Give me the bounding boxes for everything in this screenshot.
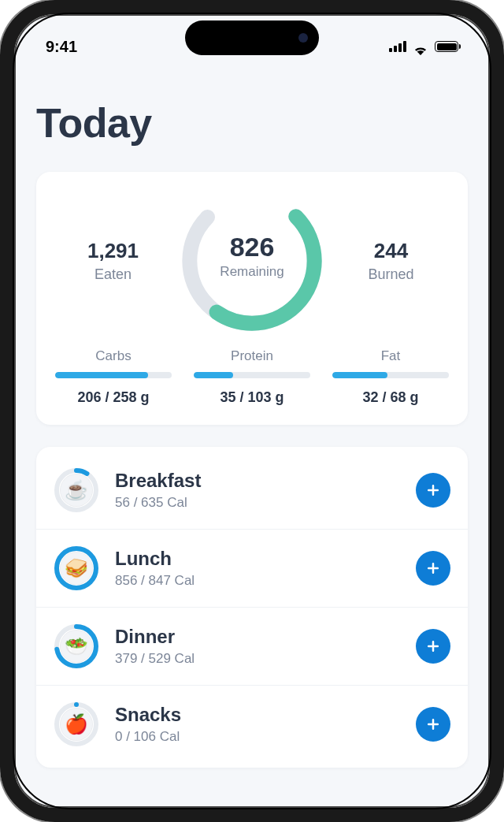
eaten-label: Eaten — [55, 266, 171, 283]
page-title: Today — [36, 99, 468, 147]
meal-cals: 856 / 847 Cal — [115, 573, 416, 589]
wifi-icon — [413, 41, 428, 52]
add-meal-button[interactable] — [416, 707, 450, 742]
meal-name: Lunch — [115, 548, 416, 570]
meal-row[interactable]: 🥗Dinner379 / 529 Cal — [36, 608, 468, 686]
macro-value: 206 / 258 g — [55, 389, 172, 406]
meal-name: Dinner — [115, 626, 416, 648]
macro-name: Carbs — [55, 348, 172, 364]
phone-notch — [185, 20, 319, 55]
side-button — [0, 150, 2, 181]
add-meal-button[interactable] — [416, 473, 450, 508]
status-indicators — [389, 41, 458, 52]
add-meal-button[interactable] — [416, 551, 450, 586]
macro-bar — [194, 372, 310, 378]
macro-item: Fat32 / 68 g — [332, 348, 449, 406]
screen: 9:41 Today 1,291 Eaten — [14, 14, 490, 808]
meal-progress-icon: ☕ — [54, 467, 99, 513]
macro-name: Protein — [194, 348, 310, 364]
battery-icon — [435, 41, 458, 52]
status-time: 9:41 — [46, 38, 77, 56]
meal-row[interactable]: ☕Breakfast56 / 635 Cal — [36, 452, 468, 530]
meal-cals: 56 / 635 Cal — [115, 495, 416, 511]
burned-stat: 244 Burned — [333, 239, 449, 283]
summary-card: 1,291 Eaten 826 Remaining — [36, 172, 468, 425]
meal-row[interactable]: 🍎Snacks0 / 106 Cal — [36, 686, 468, 763]
phone-frame: 9:41 Today 1,291 Eaten — [0, 0, 504, 822]
macro-bar — [332, 372, 449, 378]
burned-label: Burned — [333, 266, 449, 283]
meal-food-icon: 🥗 — [60, 630, 93, 663]
macro-item: Carbs206 / 258 g — [55, 348, 172, 406]
burned-value: 244 — [333, 239, 449, 263]
add-meal-button[interactable] — [416, 629, 450, 664]
macro-value: 35 / 103 g — [194, 389, 310, 406]
meal-cals: 379 / 529 Cal — [115, 651, 416, 667]
meal-row[interactable]: 🥪Lunch856 / 847 Cal — [36, 530, 468, 608]
eaten-stat: 1,291 Eaten — [55, 239, 171, 283]
cellular-signal-icon — [389, 41, 406, 52]
meal-food-icon: ☕ — [60, 474, 93, 507]
macro-value: 32 / 68 g — [332, 389, 449, 406]
meal-progress-icon: 🥗 — [54, 623, 99, 669]
meal-cals: 0 / 106 Cal — [115, 729, 416, 745]
macro-item: Protein35 / 103 g — [194, 348, 310, 406]
meal-name: Breakfast — [115, 470, 416, 492]
meal-name: Snacks — [115, 704, 416, 726]
macro-name: Fat — [332, 348, 449, 364]
meal-food-icon: 🍎 — [60, 708, 93, 741]
side-button — [0, 298, 2, 359]
remaining-ring: 826 Remaining — [177, 194, 327, 328]
meal-food-icon: 🥪 — [60, 552, 93, 585]
meal-progress-icon: 🥪 — [54, 545, 99, 591]
macros-row: Carbs206 / 258 gProtein35 / 103 gFat32 /… — [55, 348, 449, 406]
meals-card: ☕Breakfast56 / 635 Cal🥪Lunch856 / 847 Ca… — [36, 447, 468, 768]
side-button — [0, 221, 2, 282]
remaining-value: 826 — [177, 232, 327, 262]
eaten-value: 1,291 — [55, 239, 171, 263]
meal-progress-icon: 🍎 — [54, 701, 99, 747]
remaining-label: Remaining — [177, 264, 327, 280]
macro-bar — [55, 372, 172, 378]
